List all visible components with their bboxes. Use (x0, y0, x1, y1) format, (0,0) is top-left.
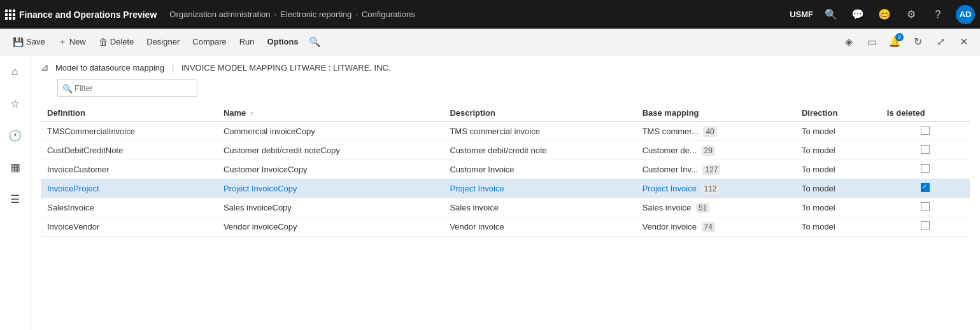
breadcrumb: Organization administration › Electronic… (169, 10, 415, 19)
save-icon: 💾 (13, 37, 24, 47)
base-count-badge: 74 (702, 222, 715, 232)
toolbar-search-icon[interactable]: 🔍 (309, 36, 321, 48)
cell-description: Sales invoice (443, 198, 636, 217)
help-icon[interactable]: ? (929, 6, 947, 24)
toolbar: 💾 Save ＋ New 🗑 Delete Designer Compare R… (0, 29, 980, 55)
cell-description: Project Invoice (443, 179, 636, 198)
breadcrumb-config[interactable]: Configurations (362, 10, 415, 19)
content-area: ⊿ Model to datasource mapping | INVOICE … (31, 55, 980, 330)
cell-is-deleted[interactable] (881, 122, 970, 141)
cell-description: Vendor invoice (443, 217, 636, 237)
sidebar-table-icon[interactable]: ▦ (5, 157, 25, 177)
avatar[interactable]: AD (956, 5, 975, 24)
col-header-name[interactable]: Name ↑ (217, 104, 443, 122)
col-header-definition[interactable]: Definition (41, 104, 217, 122)
cell-is-deleted[interactable] (881, 179, 970, 198)
compare-button[interactable]: Compare (187, 34, 231, 49)
main-content: ⌂ ☆ 🕐 ▦ ☰ ⊿ Model to datasource mapping … (0, 55, 980, 330)
col-header-direction[interactable]: Direction (795, 104, 881, 122)
company-code: USMF (790, 10, 813, 19)
filter-input[interactable] (57, 79, 197, 97)
model-name-label: INVOICE MODEL MAPPING LITWARE : LITWARE,… (181, 63, 391, 72)
cell-definition: SalesInvoice (41, 198, 217, 217)
is-deleted-checkbox[interactable] (921, 126, 930, 135)
col-header-description[interactable]: Description (443, 104, 636, 122)
cell-name: Sales invoiceCopy (217, 198, 443, 217)
app-title: Finance and Operations Preview (19, 10, 157, 20)
close-icon[interactable]: ✕ (955, 33, 972, 51)
table-row[interactable]: InvoiceCustomer Customer InvoiceCopy Cus… (41, 160, 970, 179)
cell-definition: InvoiceProject (41, 179, 217, 198)
col-header-base-mapping[interactable]: Base mapping (636, 104, 795, 122)
new-button[interactable]: ＋ New (53, 34, 91, 50)
cell-description: Customer debit/credit note (443, 141, 636, 160)
search-icon[interactable]: 🔍 (822, 6, 840, 24)
cell-direction: To model (795, 160, 881, 179)
sort-asc-icon: ↑ (250, 109, 254, 117)
panel-icon[interactable]: ▭ (863, 33, 881, 51)
table-row[interactable]: CustDebitCreditNote Customer debit/credi… (41, 141, 970, 160)
options-button[interactable]: Options (262, 34, 304, 49)
table-row[interactable]: TMSCommercialInvoice Commercial invoiceC… (41, 122, 970, 141)
toolbar-right-actions: ◈ ▭ 🔔 0 ↻ ⤢ ✕ (840, 33, 972, 51)
cell-name: Customer InvoiceCopy (217, 160, 443, 179)
content-header: ⊿ Model to datasource mapping | INVOICE … (41, 62, 970, 73)
is-deleted-checkbox[interactable] (921, 202, 930, 211)
cell-is-deleted[interactable] (881, 198, 970, 217)
sidebar-home-icon[interactable]: ⌂ (5, 62, 25, 82)
filter-search-icon: 🔍 (62, 83, 73, 93)
save-button[interactable]: 💾 Save (8, 34, 50, 50)
cell-definition: TMSCommercialInvoice (41, 122, 217, 141)
header-filter-icon[interactable]: ⊿ (41, 62, 49, 73)
breadcrumb-sep-2: › (355, 11, 358, 18)
cell-name: Customer debit/credit noteCopy (217, 141, 443, 160)
refresh-icon[interactable]: ↻ (909, 33, 927, 51)
filter-wrapper: 🔍 (57, 79, 197, 97)
badge-icon[interactable]: 🔔 0 (886, 33, 904, 51)
cell-is-deleted[interactable] (881, 160, 970, 179)
data-table: Definition Name ↑ Description Base mappi… (41, 104, 970, 237)
breadcrumb-er[interactable]: Electronic reporting (280, 10, 352, 19)
sidebar-clock-icon[interactable]: 🕐 (5, 125, 25, 146)
sidebar-list-icon[interactable]: ☰ (5, 189, 25, 209)
sidebar: ⌂ ☆ 🕐 ▦ ☰ (0, 55, 31, 330)
table-row[interactable]: InvoiceVendor Vendor invoiceCopy Vendor … (41, 217, 970, 237)
apps-grid-icon[interactable] (5, 11, 11, 18)
cell-base-mapping: Customer de... 29 (636, 141, 795, 160)
cell-direction: To model (795, 217, 881, 237)
expand-icon[interactable]: ⤢ (932, 33, 949, 51)
delete-icon: 🗑 (99, 37, 108, 47)
cell-name: Project InvoiceCopy (217, 179, 443, 198)
base-count-badge: 29 (702, 146, 715, 156)
cell-base-mapping: TMS commer... 40 (636, 122, 795, 141)
is-deleted-checkbox[interactable] (921, 164, 930, 173)
top-bar: Finance and Operations Preview Organizat… (0, 0, 980, 29)
cell-name: Vendor invoiceCopy (217, 217, 443, 237)
breadcrumb-org[interactable]: Organization administration (169, 10, 270, 19)
base-count-badge: 40 (703, 127, 716, 137)
is-deleted-checkbox[interactable] (921, 221, 930, 230)
cell-description: TMS commercial invoice (443, 122, 636, 141)
table-row[interactable]: InvoiceProject Project InvoiceCopy Proje… (41, 179, 970, 198)
cell-direction: To model (795, 198, 881, 217)
cell-is-deleted[interactable] (881, 217, 970, 237)
top-bar-right: USMF 🔍 💬 😊 ⚙ ? AD (790, 5, 975, 24)
is-deleted-checkbox[interactable] (921, 145, 930, 154)
settings-icon[interactable]: ⚙ (902, 6, 920, 24)
table-header-row: Definition Name ↑ Description Base mappi… (41, 104, 970, 122)
sidebar-star-icon[interactable]: ☆ (5, 93, 25, 114)
chat-icon[interactable]: 💬 (849, 6, 867, 24)
designer-button[interactable]: Designer (141, 34, 185, 49)
delete-button[interactable]: 🗑 Delete (94, 34, 139, 50)
cell-is-deleted[interactable] (881, 141, 970, 160)
cell-base-mapping: Project Invoice 112 (636, 179, 795, 198)
cell-base-mapping: Customer Inv... 127 (636, 160, 795, 179)
cell-definition: InvoiceCustomer (41, 160, 217, 179)
is-deleted-checkbox[interactable] (921, 183, 930, 192)
cell-base-mapping: Vendor invoice 74 (636, 217, 795, 237)
run-button[interactable]: Run (234, 34, 260, 49)
table-row[interactable]: SalesInvoice Sales invoiceCopy Sales inv… (41, 198, 970, 217)
diamond-icon[interactable]: ◈ (840, 33, 858, 51)
emoji-icon[interactable]: 😊 (876, 6, 893, 24)
col-header-is-deleted[interactable]: Is deleted (881, 104, 970, 122)
